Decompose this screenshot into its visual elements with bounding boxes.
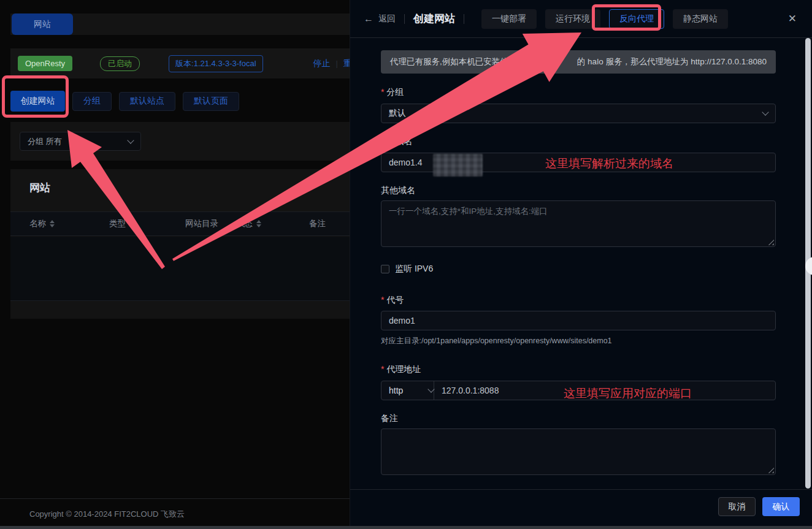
remark-label: 备注 <box>381 413 398 424</box>
top-tab-strip: 网站 <box>10 13 350 35</box>
drawer-header: ← 返回 创建网站 一键部署 运行环境 反向代理 静态网站 ✕ <box>350 0 812 38</box>
close-icon[interactable]: ✕ <box>786 10 799 28</box>
divider <box>464 14 464 24</box>
version-badge: 版本:1.21.4.3-3-3-focal <box>169 55 263 72</box>
info-banner: 代理已有服务,例如本机已安装使 的 halo 服务，那么代理地址为 http:/… <box>381 50 776 74</box>
window-bottom-bar <box>0 526 812 529</box>
other-domains-textarea[interactable] <box>381 201 775 246</box>
code-input[interactable] <box>389 316 768 325</box>
chevron-down-icon <box>762 108 768 115</box>
openresty-toolbar: OpenResty 已启动 版本:1.21.4.3-3-3-focal 停止 |… <box>10 48 350 78</box>
sort-icon[interactable] <box>256 220 261 227</box>
proxy-protocol-value: http <box>389 386 403 395</box>
website-table-card: 网站 名称 类型 网站目录 状态 备注 <box>10 169 350 319</box>
proxy-protocol-select[interactable]: http <box>389 386 434 395</box>
group-field-label: 分组 <box>381 87 404 98</box>
table-empty-body <box>10 237 350 301</box>
table-title: 网站 <box>29 181 50 195</box>
ipv6-label: 监听 IPV6 <box>395 264 433 275</box>
info-banner-right: 的 halo 服务，那么代理地址为 http://127.0.0.1:8080 <box>577 56 767 67</box>
create-site-button[interactable]: 创建网站 <box>10 91 65 112</box>
divider <box>434 381 434 400</box>
drawer-footer: 取消 确认 <box>350 489 812 529</box>
proxy-field-label: 代理地址 <box>381 364 421 375</box>
tab-reverse-proxy[interactable]: 反向代理 <box>609 9 664 29</box>
redacted-blur <box>433 154 483 177</box>
column-header-type: 类型 <box>109 218 185 229</box>
divider: | <box>336 59 338 68</box>
domain-field-label: 主域名 <box>381 136 412 147</box>
confirm-button[interactable]: 确认 <box>762 497 800 516</box>
create-site-drawer: ← 返回 创建网站 一键部署 运行环境 反向代理 静态网站 ✕ 代理已有服务,例… <box>350 0 812 529</box>
group-button[interactable]: 分组 <box>72 92 112 111</box>
default-page-button[interactable]: 默认页面 <box>183 92 239 111</box>
status-badge: 已启动 <box>100 56 140 71</box>
remark-field <box>381 428 776 475</box>
sort-icon[interactable] <box>50 220 55 227</box>
column-header-status[interactable]: 状态 <box>236 218 309 229</box>
group-filter-select[interactable]: 分组 所有 <box>20 132 141 151</box>
cancel-button[interactable]: 取消 <box>718 497 756 516</box>
filter-card: 分组 所有 <box>10 122 350 161</box>
group-filter-label: 分组 所有 <box>28 136 62 147</box>
code-helper-text: 对应主目录:/opt/1panel/apps/openresty/openres… <box>381 336 612 346</box>
group-field-select[interactable]: 默认 <box>381 104 776 123</box>
column-header-directory: 网站目录 <box>185 218 236 229</box>
back-label: 返回 <box>378 13 396 25</box>
back-arrow-icon: ← <box>364 13 373 25</box>
code-field <box>381 311 776 330</box>
stop-link[interactable]: 停止 <box>313 58 331 69</box>
back-button[interactable]: ← 返回 <box>364 13 396 25</box>
chevron-down-icon <box>127 137 134 143</box>
create-mode-tabs: 一键部署 运行环境 反向代理 静态网站 <box>481 9 728 29</box>
footer-divider <box>0 498 350 499</box>
ipv6-checkbox[interactable] <box>381 265 389 273</box>
drawer-title: 创建网站 <box>413 12 455 26</box>
other-domains-label: 其他域名 <box>381 185 415 196</box>
app-window: 网站 OpenResty 已启动 版本:1.21.4.3-3-3-focal 停… <box>0 0 812 529</box>
code-field-label: 代号 <box>381 295 404 306</box>
column-header-remark: 备注 <box>309 218 350 229</box>
tab-one-click-deploy[interactable]: 一键部署 <box>481 9 537 29</box>
remark-textarea[interactable] <box>381 429 775 474</box>
table-header-row: 名称 类型 网站目录 状态 备注 <box>10 211 350 236</box>
tab-website[interactable]: 网站 <box>12 13 73 35</box>
default-site-button[interactable]: 默认站点 <box>119 92 175 111</box>
ipv6-checkbox-row[interactable]: 监听 IPV6 <box>381 264 433 275</box>
proxy-annotation-text: 这里填写应用对应的端口 <box>564 386 692 402</box>
tab-runtime-env[interactable]: 运行环境 <box>545 9 600 29</box>
divider <box>404 14 405 24</box>
other-domains-field <box>381 200 776 247</box>
openresty-button[interactable]: OpenResty <box>18 56 72 71</box>
column-header-name[interactable]: 名称 <box>29 218 109 229</box>
site-actions-row: 创建网站 分组 默认站点 默认页面 <box>10 91 350 112</box>
copyright-text: Copyright © 2014-2024 FIT2CLOUD 飞致云 <box>29 509 185 520</box>
group-field-value: 默认 <box>389 108 406 119</box>
tab-static-site[interactable]: 静态网站 <box>673 9 728 29</box>
info-banner-left: 代理已有服务,例如本机已安装使 <box>390 56 508 67</box>
domain-annotation-text: 这里填写解析过来的域名 <box>545 156 673 172</box>
